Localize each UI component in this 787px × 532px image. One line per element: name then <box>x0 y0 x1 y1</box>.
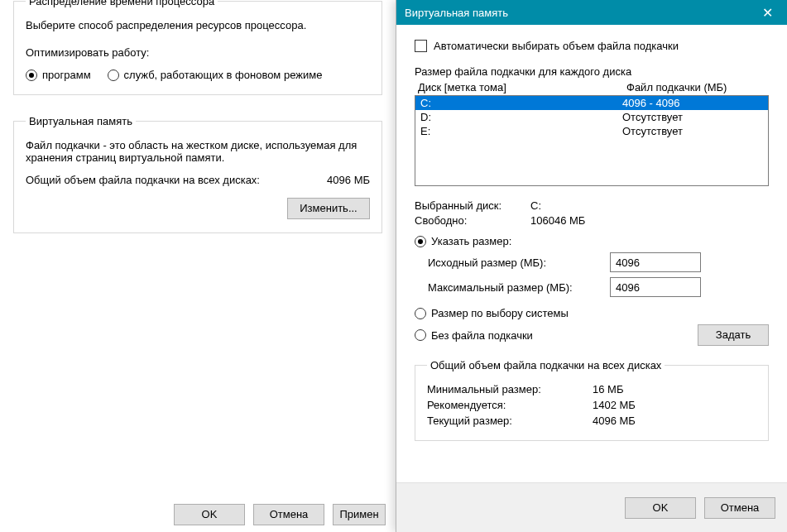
cancel-button[interactable]: Отмена <box>253 504 324 525</box>
vm-ok-button[interactable]: OK <box>625 497 696 519</box>
change-button[interactable]: Изменить... <box>287 198 370 219</box>
total-pagefile-legend: Общий объем файла подкачки на всех диска… <box>427 359 665 371</box>
radio-dot-icon <box>26 69 37 81</box>
radio-custom-size-label: Указать размер: <box>431 235 511 247</box>
current-size-value: 4096 МБ <box>593 415 636 427</box>
recommended-size-value: 1402 МБ <box>593 399 636 411</box>
optimize-for-radios: программ служб, работающих в фоновом реж… <box>26 69 370 81</box>
drive-pagefile: Отсутствует <box>622 125 763 137</box>
processor-scheduling-legend: Распределение времени процессора <box>26 0 218 7</box>
performance-options-dialog: Распределение времени процессора Выберит… <box>0 0 396 532</box>
recommended-size-row: Рекомендуется: 1402 МБ <box>427 399 756 411</box>
drive-pagefile: 4096 - 4096 <box>622 97 763 109</box>
drive-name: C: <box>420 97 622 109</box>
total-pagefile-group: Общий объем файла подкачки на всех диска… <box>415 359 769 441</box>
total-pagefile-row: Общий объем файла подкачки на всех диска… <box>26 174 370 186</box>
radio-custom-size[interactable]: Указать размер: <box>415 235 769 247</box>
auto-manage-checkbox[interactable]: Автоматически выбирать объем файла подка… <box>415 40 679 52</box>
drive-list-header: Диск [метка тома] Файл подкачки (МБ) <box>416 81 767 93</box>
radio-no-pagefile[interactable]: Без файла подкачки <box>415 329 533 342</box>
selected-drive-row: Выбранный диск: C: <box>415 199 769 212</box>
initial-size-row: Исходный размер (МБ): <box>428 252 769 272</box>
vm-title: Виртуальная память <box>405 7 749 19</box>
radio-programs[interactable]: программ <box>26 69 91 81</box>
drive-pagefile: Отсутствует <box>622 111 763 123</box>
vm-cancel-button[interactable]: Отмена <box>704 497 775 519</box>
radio-services-label: служб, работающих в фоновом режиме <box>124 69 323 81</box>
min-size-label: Минимальный размер: <box>427 383 593 395</box>
checkbox-empty-icon <box>415 40 427 52</box>
radio-empty-icon <box>415 329 426 341</box>
radio-empty-icon <box>108 69 119 81</box>
recommended-size-label: Рекомендуется: <box>427 399 593 411</box>
radio-system-managed[interactable]: Размер по выбору системы <box>415 307 769 319</box>
col-pagefile-header: Файл подкачки (МБ) <box>626 81 767 93</box>
close-icon[interactable]: ✕ <box>749 0 785 25</box>
free-space-row: Свободно: 106046 МБ <box>415 214 769 227</box>
perf-dialog-buttons: OK Отмена Примен <box>0 504 396 525</box>
set-button[interactable]: Задать <box>698 324 769 346</box>
current-size-row: Текущий размер: 4096 МБ <box>427 415 756 427</box>
virtual-memory-dialog: Виртуальная память ✕ Автоматически выбир… <box>396 0 787 532</box>
selected-drive-info: Выбранный диск: C: Свободно: 106046 МБ <box>415 199 769 227</box>
radio-system-managed-label: Размер по выбору системы <box>431 307 569 319</box>
free-space-label: Свободно: <box>415 214 530 227</box>
total-pagefile-label: Общий объем файла подкачки на всех диска… <box>26 174 295 186</box>
radio-programs-label: программ <box>42 69 91 81</box>
virtual-memory-legend: Виртуальная память <box>26 115 136 127</box>
vm-body: Автоматически выбирать объем файла подка… <box>396 25 787 482</box>
auto-manage-label: Автоматически выбирать объем файла подка… <box>434 40 679 52</box>
virtual-memory-desc: Файл подкачки - это область на жестком д… <box>26 139 370 164</box>
vm-dialog-buttons: OK Отмена <box>396 482 787 532</box>
initial-size-label: Исходный размер (МБ): <box>428 256 610 269</box>
drive-list-label: Размер файла подкачки для каждого диска <box>415 65 769 78</box>
pagefile-size-options: Указать размер: Исходный размер (МБ): Ма… <box>415 235 769 346</box>
drive-row[interactable]: D:Отсутствует <box>415 110 768 124</box>
apply-button[interactable]: Примен <box>333 504 386 525</box>
radio-no-pagefile-label: Без файла подкачки <box>431 329 533 342</box>
selected-drive-label: Выбранный диск: <box>415 199 530 212</box>
optimize-for-label: Оптимизировать работу: <box>26 46 370 59</box>
current-size-label: Текущий размер: <box>427 415 593 427</box>
drive-list[interactable]: C:4096 - 4096D:ОтсутствуетE:Отсутствует <box>415 95 769 186</box>
virtual-memory-group: Виртуальная память Файл подкачки - это о… <box>13 115 382 233</box>
col-drive-header: Диск [метка тома] <box>416 81 626 93</box>
radio-dot-icon <box>415 236 426 247</box>
min-size-row: Минимальный размер: 16 МБ <box>427 383 756 395</box>
drive-name: D: <box>420 111 622 123</box>
processor-scheduling-group: Распределение времени процессора Выберит… <box>13 0 382 95</box>
selected-drive-value: C: <box>530 199 541 212</box>
max-size-input[interactable] <box>610 277 701 297</box>
max-size-row: Максимальный размер (МБ): <box>428 277 769 297</box>
radio-services[interactable]: служб, работающих в фоновом режиме <box>108 69 323 81</box>
total-pagefile-value: 4096 МБ <box>295 174 370 186</box>
drive-row[interactable]: E:Отсутствует <box>415 124 768 138</box>
change-button-row: Изменить... <box>26 198 370 219</box>
drive-row[interactable]: C:4096 - 4096 <box>415 96 768 110</box>
max-size-label: Максимальный размер (МБ): <box>428 281 610 294</box>
free-space-value: 106046 МБ <box>530 214 585 227</box>
processor-scheduling-desc: Выберите способ распределения ресурсов п… <box>26 19 370 31</box>
radio-empty-icon <box>415 308 426 319</box>
drive-name: E: <box>420 125 622 137</box>
min-size-value: 16 МБ <box>593 383 623 395</box>
no-pagefile-set-row: Без файла подкачки Задать <box>415 324 769 346</box>
vm-titlebar: Виртуальная память ✕ <box>396 0 787 25</box>
initial-size-input[interactable] <box>610 252 701 272</box>
ok-button[interactable]: OK <box>174 504 245 525</box>
